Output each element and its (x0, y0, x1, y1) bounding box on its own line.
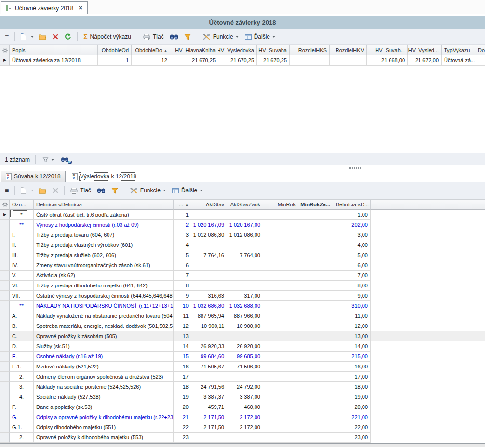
cell-aktstav[interactable] (191, 240, 227, 250)
cell-aktstav[interactable] (191, 271, 227, 281)
grid-customize-button[interactable] (0, 200, 10, 210)
cell-aktstav[interactable]: 2 171,50 (191, 422, 227, 433)
table-row[interactable]: ▶ VI. Tržby z predaja dlhodobého majetku… (0, 281, 485, 291)
cell-rozdielhkv[interactable] (330, 55, 367, 66)
cell-aktstavzaok[interactable] (227, 260, 263, 271)
cell-minrokza[interactable] (298, 392, 333, 402)
cell-definicia[interactable]: Výnosy z hodpodárskej činnosti (r.03 až … (34, 220, 174, 230)
filter-button[interactable] (183, 33, 192, 41)
table-row[interactable]: ▶ 2. Opravné položky k dlhodobého majetk… (0, 433, 485, 443)
cell-aktstavzaok[interactable]: 2 172,00 (227, 422, 263, 433)
cell-ozn[interactable]: G.1. (10, 422, 34, 433)
cell-aktstav[interactable]: 887 965,94 (191, 311, 227, 321)
cell-minrokza[interactable] (298, 311, 333, 321)
cell-minrokza[interactable] (298, 433, 333, 443)
cell-aktstav[interactable] (191, 260, 227, 271)
delete-record-button[interactable] (51, 33, 60, 41)
cell-definicia-d[interactable]: 202,00 (333, 220, 371, 230)
cell-definicia[interactable]: Čistý obrat (časť účt. tr.6 podľa zákona… (34, 210, 174, 220)
cell-ozn[interactable]: G. (10, 412, 34, 422)
table-row[interactable]: ▶ ** NÁKLADY NA HOSPODÁRSKU ČINNOSŤ (r.1… (0, 301, 485, 311)
tab-suvaha[interactable]: AP Súvaha k 12/2018 (1, 171, 66, 182)
cell-minrok[interactable] (263, 311, 298, 321)
cell-aktstav[interactable]: 71 505,67 (191, 362, 227, 372)
column-header-aktstavzaok[interactable]: AktStavZaok (227, 200, 263, 210)
cell-aktstavzaok[interactable] (227, 271, 263, 281)
cell-aktstavzaok[interactable] (227, 433, 263, 443)
cell-ozn[interactable]: * (10, 210, 34, 220)
document-tab-uctovne-zavierky[interactable]: Účtovné závierky 2018 ✕ (1, 1, 88, 14)
table-row[interactable]: ▶ E. Osobné náklady (r.16 až 19) 15 99 6… (0, 352, 485, 362)
cell-aktstavzaok[interactable]: 99 685,00 (227, 352, 263, 362)
cell-minrokza[interactable] (298, 362, 333, 372)
table-row[interactable]: ▶ G. Odpisy a opravné položky k dlhodobé… (0, 412, 485, 422)
column-header-ozn[interactable]: Ozn... (10, 200, 34, 210)
cell-popis[interactable]: Účtovná závierka za 12/2018 (10, 55, 98, 66)
cell-minrokza[interactable] (298, 291, 333, 301)
cell-riadok[interactable]: 13 (174, 331, 191, 341)
cell-aktstavzaok[interactable]: 317,00 (227, 291, 263, 301)
cell-definicia[interactable]: Náklady na sociálne poistenie (524,525,5… (34, 382, 174, 392)
cell-definicia-d[interactable]: 1,00 (333, 210, 371, 220)
cell-definicia-d[interactable]: 19,00 (333, 392, 371, 402)
cell-ozn[interactable]: F. (10, 402, 34, 412)
table-row[interactable]: ▶ B. Spotreba materiálu, energie, neskla… (0, 321, 485, 331)
cell-definicia[interactable]: Tržby z predaja vlastných výrobkov (601) (34, 240, 174, 250)
dalsie-menu-button[interactable]: Ďalšie (243, 32, 277, 41)
cell-riadok[interactable]: 12 (174, 321, 191, 331)
cell-definicia[interactable]: Osobné náklady (r.16 až 19) (34, 352, 174, 362)
cell-definicia[interactable]: Náklady vynaložené na obstaranie predané… (34, 311, 174, 321)
cell-ozn[interactable]: ** (10, 301, 34, 311)
cell-ozn[interactable]: IV. (10, 260, 34, 271)
cell-minrokza[interactable] (298, 331, 333, 341)
cell-definicia[interactable]: Ostatné výnosy z hospodárskej činnosti (… (34, 291, 174, 301)
cell-minrokza[interactable] (298, 412, 333, 422)
cell-minrok[interactable] (263, 321, 298, 331)
cell-aktstavzaok[interactable]: 1 020 167,00 (227, 220, 263, 230)
cell-ozn[interactable]: II. (10, 240, 34, 250)
cell-ozn[interactable]: C. (10, 331, 34, 341)
cell-definicia[interactable]: Zmeny stavu vnútroorganizačných zásob (s… (34, 260, 174, 271)
open-record-button[interactable] (37, 187, 48, 195)
cell-minrok[interactable] (263, 220, 298, 230)
column-header-hv-vysled[interactable]: HV_Vysled... (408, 45, 442, 55)
open-record-button[interactable] (37, 33, 48, 41)
cell-minrokza[interactable] (298, 281, 333, 291)
cell-riadok[interactable]: 3 (174, 230, 191, 240)
table-row[interactable]: ▶ VII. Ostatné výnosy z hospodárskej čin… (0, 291, 485, 301)
cell-hv-hlavnakniha[interactable]: - 21 670,25 (170, 55, 218, 66)
cell-riadok[interactable]: 18 (174, 382, 191, 392)
cell-minrokza[interactable] (298, 271, 333, 281)
cell-riadok[interactable]: 23 (174, 433, 191, 443)
cell-aktstavzaok[interactable]: 460,00 (227, 402, 263, 412)
table-row[interactable]: ▶ G.1. Odpisy dlhodobého majetku (551) 2… (0, 422, 485, 433)
column-header-definicia-d[interactable]: Definícia «D... (333, 200, 371, 210)
cell-definicia-d[interactable]: 4,00 (333, 240, 371, 250)
tab-vysledovka[interactable]: NV Výsledovka k 12/2018 (67, 171, 141, 182)
status-filter-button[interactable] (41, 156, 55, 163)
cell-aktstavzaok[interactable]: 24 792,00 (227, 382, 263, 392)
cell-definicia[interactable]: Odpisy a opravné položky k dlhodobému ma… (34, 412, 174, 422)
cell-ozn[interactable]: 3. (10, 382, 34, 392)
cell-aktstav[interactable] (191, 372, 227, 382)
cell-minrok[interactable] (263, 341, 298, 352)
cell-aktstav[interactable] (191, 210, 227, 220)
column-header-hv-vysledovka[interactable]: HV_Vysledovka (218, 45, 257, 55)
cell-minrokza[interactable] (298, 402, 333, 412)
cell-definicia[interactable]: Služby (sk.51) (34, 341, 174, 352)
cell-definicia[interactable]: Spotreba materiálu, energie, nesklad. do… (34, 321, 174, 331)
cell-minrok[interactable] (263, 422, 298, 433)
cell-minrok[interactable] (263, 352, 298, 362)
cell-definicia[interactable]: NÁKLADY NA HOSPODÁRSKU ČINNOSŤ (r.11+12+… (34, 301, 174, 311)
table-row[interactable]: ▶ * Čistý obrat (časť účt. tr.6 podľa zá… (0, 210, 485, 220)
cell-minrokza[interactable] (298, 220, 333, 230)
cell-definicia-d[interactable]: 5,00 (333, 250, 371, 260)
cell-aktstavzaok[interactable] (227, 240, 263, 250)
cell-definicia[interactable]: Tržby z predaja tovaru (604, 607) (34, 230, 174, 240)
cell-minrokza[interactable] (298, 260, 333, 271)
cell-definicia-d[interactable]: 14,00 (333, 341, 371, 352)
column-header-do[interactable]: Do... (475, 45, 485, 55)
cell-definicia-d[interactable]: 16,00 (333, 362, 371, 372)
cell-aktstav[interactable]: 7 764,16 (191, 250, 227, 260)
cell-aktstav[interactable]: 2 171,50 (191, 412, 227, 422)
